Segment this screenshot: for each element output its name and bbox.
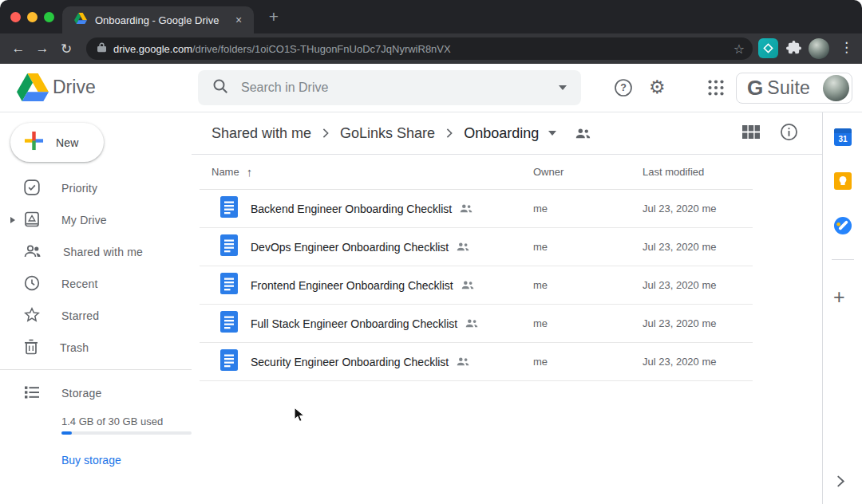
drive-logo-icon[interactable] <box>17 73 49 104</box>
sidebar-item-my-drive[interactable]: My Drive <box>0 204 192 236</box>
shared-indicator-icon <box>461 281 474 289</box>
apps-grid-icon[interactable] <box>707 79 725 100</box>
storage-section: Storage 1.4 GB of 30 GB used Buy storage <box>0 377 192 409</box>
breadcrumb: Shared with me GoLinks Share Onboarding <box>192 112 822 155</box>
sort-ascending-icon[interactable]: ↑ <box>247 165 253 179</box>
file-row[interactable]: Backend Engineer Onboarding Checklist me… <box>200 190 753 228</box>
column-header-name[interactable]: Name <box>212 166 239 178</box>
file-name: Full Stack Engineer Onboarding Checklist <box>251 317 457 330</box>
file-modified: Jul 23, 2020 me <box>643 356 753 368</box>
forward-icon[interactable]: → <box>30 41 54 57</box>
google-docs-icon <box>220 311 238 336</box>
new-button[interactable]: New <box>10 123 104 162</box>
file-row[interactable]: DevOps Engineer Onboarding Checklist me … <box>200 228 753 266</box>
mouse-cursor <box>294 407 306 427</box>
folder-menu-caret-icon[interactable] <box>548 131 556 136</box>
new-button-label: New <box>56 136 79 149</box>
storage-usage-text: 1.4 GB of 30 GB used <box>61 415 163 427</box>
new-tab-button[interactable]: + <box>263 7 284 28</box>
google-calendar-icon[interactable]: 31 <box>834 128 852 149</box>
sidebar-item-starred[interactable]: Starred <box>0 300 192 332</box>
sidebar-nav: Priority My Drive Sh <box>0 172 192 364</box>
settings-gear-icon[interactable]: ⚙ <box>649 77 666 96</box>
info-icon[interactable] <box>780 123 798 144</box>
sidebar: New Priority My Drive <box>0 112 192 504</box>
sidebar-item-label: Priority <box>61 182 97 195</box>
window-zoom-button[interactable] <box>44 12 54 22</box>
sidebar-item-storage[interactable]: Storage <box>0 377 192 409</box>
extensions-puzzle-icon[interactable] <box>786 41 801 59</box>
file-modified: Jul 23, 2020 me <box>643 317 753 329</box>
window-minimize-button[interactable] <box>27 12 38 22</box>
lock-icon <box>97 41 106 56</box>
sidebar-item-label: Trash <box>60 341 89 354</box>
breadcrumb-onboarding[interactable]: Onboarding <box>464 125 539 142</box>
file-row[interactable]: Frontend Engineer Onboarding Checklist m… <box>200 266 753 305</box>
file-modified: Jul 23, 2020 me <box>643 279 753 291</box>
buy-storage-link[interactable]: Buy storage <box>61 454 121 467</box>
help-icon[interactable]: ? <box>614 78 633 100</box>
breadcrumb-shared-with-me[interactable]: Shared with me <box>212 125 311 142</box>
multicolor-plus-icon <box>24 131 44 154</box>
sidebar-item-label: Recent <box>61 278 98 290</box>
file-modified: Jul 23, 2020 me <box>643 241 753 253</box>
bookmark-star-icon[interactable]: ☆ <box>733 41 745 57</box>
window-controls <box>10 12 54 22</box>
file-name: Backend Engineer Onboarding Checklist <box>251 203 452 215</box>
google-docs-icon <box>220 196 238 221</box>
address-bar[interactable]: drive.google.com/drive/folders/1oiCO1S-T… <box>86 37 753 60</box>
sidebar-item-label: Storage <box>61 387 101 400</box>
file-row[interactable]: Full Stack Engineer Onboarding Checklist… <box>200 305 753 343</box>
sidebar-item-label: Starred <box>61 309 99 322</box>
browser-menu-icon[interactable]: ⋮ <box>840 39 853 56</box>
file-owner: me <box>533 279 643 291</box>
browser-tab-strip: Onboarding - Google Drive × + <box>0 0 862 33</box>
shared-indicator-icon <box>457 357 469 366</box>
sidebar-item-trash[interactable]: Trash <box>0 332 192 364</box>
search-bar[interactable] <box>198 70 581 105</box>
panel-divider <box>832 259 854 260</box>
svg-text:?: ? <box>620 82 627 93</box>
file-list-header: Name ↑ Owner Last modified <box>200 155 753 190</box>
chevron-right-icon <box>322 128 329 138</box>
tab-title: Onboarding - Google Drive <box>95 14 223 26</box>
folder-shared-icon[interactable] <box>575 128 591 139</box>
collapse-panel-chevron-icon[interactable] <box>836 475 845 490</box>
shared-indicator-icon <box>457 242 469 251</box>
drive-favicon <box>74 13 87 27</box>
window-close-button[interactable] <box>10 12 21 22</box>
grid-view-icon[interactable] <box>742 125 760 142</box>
file-owner: me <box>533 317 643 329</box>
file-owner: me <box>533 356 643 368</box>
sidebar-item-label: My Drive <box>61 214 107 226</box>
file-row[interactable]: Security Engineer Onboarding Checklist m… <box>200 343 753 381</box>
sidebar-item-priority[interactable]: Priority <box>0 172 192 204</box>
tab-close-icon[interactable]: × <box>231 13 246 27</box>
sidebar-item-label: Shared with me <box>63 246 143 258</box>
search-options-caret-icon[interactable] <box>559 85 567 90</box>
google-keep-icon[interactable] <box>834 172 852 193</box>
sidebar-item-recent[interactable]: Recent <box>0 268 192 300</box>
url-text: drive.google.com/drive/folders/1oiCO1S-T… <box>113 43 726 55</box>
search-input[interactable] <box>241 81 546 95</box>
back-icon[interactable]: ← <box>6 41 30 57</box>
expand-arrow-icon[interactable] <box>10 217 15 223</box>
shared-indicator-icon <box>460 204 473 213</box>
url-path: /drive/folders/1oiCO1S-THugonFnUoDc7JqNy… <box>192 43 451 55</box>
reload-icon[interactable]: ↻ <box>54 41 78 57</box>
gsuite-badge[interactable]: G Suite <box>736 73 852 104</box>
golinks-extension-icon[interactable] <box>758 38 778 58</box>
side-apps-panel: 31 + <box>822 112 862 504</box>
sidebar-item-shared-with-me[interactable]: Shared with me <box>0 236 192 268</box>
trash-icon <box>24 339 38 357</box>
file-list: Name ↑ Owner Last modified Backend Engin… <box>200 155 753 381</box>
add-addon-plus-icon[interactable]: + <box>833 285 845 309</box>
browser-tab[interactable]: Onboarding - Google Drive × <box>62 6 254 33</box>
account-avatar[interactable] <box>823 75 849 101</box>
google-docs-icon <box>220 234 238 259</box>
browser-profile-avatar[interactable] <box>809 38 829 59</box>
google-tasks-icon[interactable] <box>834 217 852 238</box>
breadcrumb-golinks-share[interactable]: GoLinks Share <box>340 125 435 142</box>
svg-text:31: 31 <box>838 135 848 144</box>
star-icon <box>24 307 40 325</box>
